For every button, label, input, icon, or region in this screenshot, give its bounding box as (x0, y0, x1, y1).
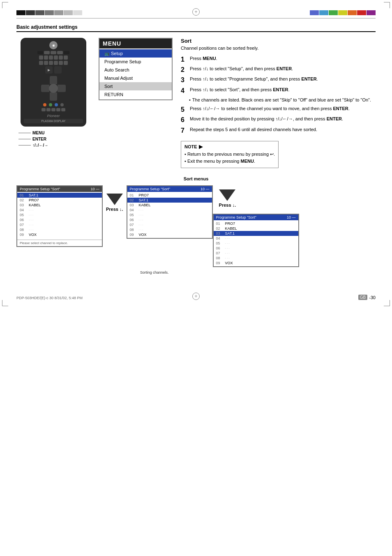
menu-item-setup[interactable]: 📺 Setup (99, 49, 172, 58)
menu-item-label-prog: Programme Setup (104, 59, 141, 64)
main-content: ◉ (16, 38, 376, 168)
deco-block-r3 (329, 10, 338, 15)
sorting-channels-area: Sorting channels. (138, 269, 376, 276)
tv-channel-3-07: 07 · · · (214, 251, 298, 256)
note-label: NOTE (184, 144, 197, 149)
page-number: GB -30 (358, 295, 376, 300)
menu-item-return[interactable]: RETURN (99, 90, 172, 99)
sort-menus-title: Sort menus (16, 176, 376, 181)
tv-screen-3: Programme Setup "Sort" 10 — 01 PRO7 02 K… (213, 214, 299, 267)
note-header: NOTE ▶ (184, 144, 275, 150)
deco-block-r4 (338, 10, 347, 15)
top-decorative-bar: + (16, 8, 376, 17)
dpad-right[interactable] (58, 85, 66, 92)
btn-row-2 (24, 55, 83, 60)
menu-item-manual[interactable]: Manual Adjust (99, 74, 172, 82)
remote-labels: MENU ENTER ↑/↓/←/→ (18, 131, 90, 148)
sort-description: Channel positions can be sorted freely. (181, 46, 376, 51)
menu-item-auto[interactable]: Auto Search (99, 66, 172, 74)
step-7-num: 7 (181, 127, 190, 134)
tv-channel-1-06: 06 · · · (17, 217, 102, 222)
dpad-down[interactable] (50, 92, 57, 101)
tv-screen-3-title: Programme Setup "Sort" (216, 215, 256, 219)
menu-item-label-manual: Manual Adjust (104, 76, 133, 81)
dot-green (49, 103, 52, 106)
dpad-up[interactable] (50, 76, 57, 84)
tv-screen-2-counter: 10 — (201, 187, 210, 191)
tv-screen-1-footer: Please select channel to replace. (17, 240, 102, 246)
deco-block-6 (64, 10, 73, 15)
menu-item-prog[interactable]: Programme Setup (99, 58, 172, 66)
tv-screen-3-header: Programme Setup "Sort" 10 — (214, 215, 298, 220)
registration-mark-bottom: + (192, 293, 200, 300)
deco-block-2 (26, 10, 35, 15)
remote-logo: ◉ (49, 41, 58, 49)
step-3-text: Press ↑/↓ to select "Programme Setup", a… (190, 76, 376, 82)
remote-control: ◉ (21, 38, 86, 127)
bullet-1: The channels are listed. Black ones are … (189, 97, 376, 103)
tv-channel-list-2: 01 PRO7 02 SAT.1 03 KABEL 04 · · · (127, 192, 212, 238)
rbtn-s5 (59, 55, 63, 60)
deco-block-4 (45, 10, 54, 15)
top-bar-left (16, 8, 82, 17)
deco-block-r7 (367, 10, 376, 15)
tv-channel-list-1: 01 SAT.1 02 PRO7 03 KABEL 04 · · · (17, 192, 102, 238)
tv-channel-1-03: 03 KABEL (17, 203, 102, 208)
step-1-num: 1 (181, 55, 190, 63)
menu-item-sort[interactable]: Sort (99, 82, 172, 90)
menu-label-text: MENU (32, 131, 44, 135)
tv-channel-1-05: 05 · · · (17, 212, 102, 217)
down-arrow-icon-2 (219, 189, 235, 201)
rbtn-s2 (44, 55, 48, 60)
step-4-num: 4 (181, 87, 190, 95)
tv-channel-list-3: 01 PRO7 02 KABEL 03 SAT.1 04 (214, 220, 298, 266)
dot-orange (43, 103, 46, 106)
remote-top: ◉ (24, 41, 83, 49)
step-1: 1 Press MENU. (181, 55, 376, 63)
tv-channel-2-01: 01 PRO7 (127, 193, 212, 198)
tv-channel-1-02: 02 PRO7 (17, 198, 102, 203)
note-box: NOTE ▶ • Return to the previous menu by … (181, 141, 279, 168)
rbtn-t5 (59, 61, 63, 65)
rbtn-b4 (56, 108, 60, 111)
note-arrow-icon: ▶ (199, 144, 203, 150)
rbtn-s1 (39, 55, 43, 60)
tv-channel-2-05: 05 · · · (127, 212, 212, 217)
corner-mark-bl (2, 300, 8, 306)
deco-block-r2 (319, 10, 328, 15)
tv-channel-2-06: 06 · · · (127, 217, 212, 222)
dot-gray (60, 103, 64, 106)
remote-container: ◉ (16, 38, 90, 168)
rbtn-3 (51, 51, 56, 54)
step-7-text: Repeat the steps 5 and 6 until all desir… (190, 127, 376, 133)
deco-block-5 (54, 10, 63, 15)
rbtn-t6 (64, 61, 68, 65)
step-4-text: Press ↑/↓ to select "Sort", and then pre… (190, 87, 376, 93)
btn-row-icon: ▶ (24, 66, 83, 74)
step-3-num: 3 (181, 76, 190, 84)
step-5: 5 Press ↑/↓/←/→ to select the channel yo… (181, 106, 376, 113)
tv-screen-1-title: Programme Setup "Sort" (20, 187, 60, 191)
tv-channel-2-02: 02 SAT.1 (127, 198, 212, 203)
tv-channel-2-08: 08 · · · (127, 227, 212, 232)
tv-channel-2-04: 04 · · · (127, 208, 212, 212)
step-4-bullets: The channels are listed. Black ones are … (189, 97, 376, 103)
label-line-enter (18, 139, 31, 139)
tv-channel-3-05: 05 · · · (214, 241, 298, 246)
sorting-channels-text: Sorting channels. (138, 269, 376, 276)
tv-channel-1-08: 08 · · · (17, 227, 102, 232)
dpad-center[interactable] (49, 84, 58, 93)
sort-menus-row1: Programme Setup "Sort" 10 — 01 SAT.1 02 … (16, 185, 376, 267)
deco-block-7 (73, 10, 82, 15)
btn-row-bot (24, 108, 83, 111)
corner-mark-tl (2, 2, 8, 8)
menu-item-label-auto: Auto Search (104, 67, 129, 72)
label-menu: MENU (18, 131, 90, 135)
note-item-1: • Return to the previous menu by pressin… (184, 151, 275, 157)
dpad-left[interactable] (41, 85, 49, 92)
deco-block-r5 (348, 10, 357, 15)
label-enter: ENTER (18, 137, 90, 141)
menu-item-icon-setup: 📺 (104, 51, 109, 56)
note-item-2: • Exit the menu by pressing MENU. (184, 158, 275, 164)
dot-blue (55, 103, 58, 106)
